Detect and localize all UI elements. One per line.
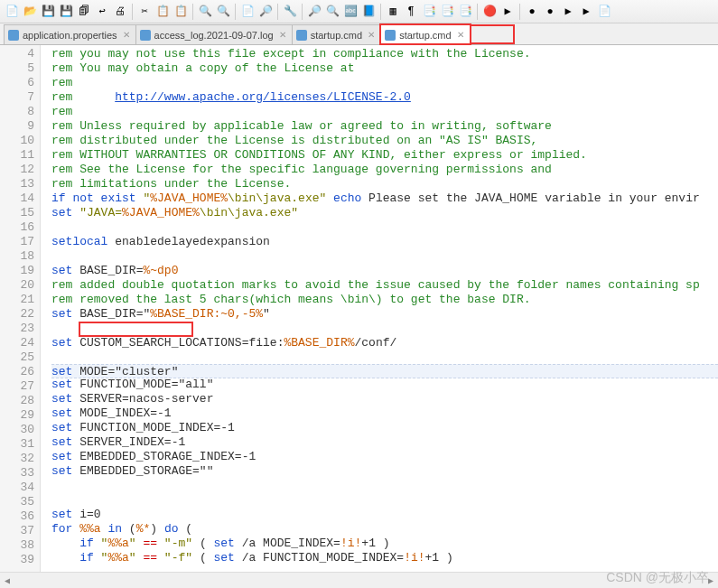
code-line[interactable]: set MODE="cluster" — [51, 364, 718, 378]
toolbar-button[interactable]: 📋 — [173, 4, 189, 20]
code-line[interactable] — [51, 249, 718, 264]
editor-tab[interactable]: startup.cmd✕ — [292, 24, 381, 44]
close-icon[interactable]: ✕ — [457, 30, 464, 40]
toolbar-button[interactable]: 🖨 — [112, 4, 128, 20]
toolbar-button[interactable]: 🔍 — [215, 4, 231, 20]
editor-area: 4567891011121314151617181920212223242526… — [0, 45, 718, 572]
close-icon[interactable]: ✕ — [279, 30, 286, 40]
tab-label: application.properties — [23, 30, 117, 41]
line-gutter: 4567891011121314151617181920212223242526… — [0, 45, 41, 572]
editor-tab[interactable]: startup.cmd✕ — [380, 24, 470, 44]
code-line[interactable]: set EMBEDDED_STORAGE="" — [51, 464, 718, 479]
code-line[interactable]: rem Unless required by applicable law or… — [51, 119, 718, 134]
toolbar-button[interactable]: ● — [524, 4, 540, 20]
code-line[interactable] — [51, 493, 718, 508]
code-line[interactable] — [51, 479, 718, 493]
code-line[interactable]: rem http://www.apache.org/licenses/LICEN… — [51, 90, 718, 105]
toolbar-button[interactable]: 📑 — [421, 4, 437, 20]
toolbar-button[interactable]: 📄 — [239, 4, 256, 20]
toolbar-button[interactable]: 🗐 — [76, 4, 92, 20]
code-content[interactable]: rem you may not use this file except in … — [41, 45, 718, 572]
tab-label: startup.cmd — [311, 30, 362, 41]
toolbar-button[interactable]: ▶ — [560, 4, 576, 20]
toolbar-button[interactable]: 🔍 — [197, 4, 213, 20]
code-line[interactable]: rem See the License for the specific lan… — [51, 163, 718, 177]
toolbar-button[interactable]: 💾 — [58, 4, 74, 20]
code-line[interactable]: rem — [51, 76, 718, 90]
code-line[interactable]: set SERVER_INDEX=-1 — [51, 435, 718, 450]
toolbar-button[interactable]: 🔍 — [324, 4, 340, 20]
toolbar-button[interactable]: 📑 — [439, 4, 455, 20]
tab-label: startup.cmd — [399, 30, 451, 41]
toolbar-button[interactable]: ▶ — [499, 4, 516, 20]
editor-tabs: application.properties✕access_log.2021-0… — [0, 23, 718, 45]
code-line[interactable] — [51, 350, 718, 365]
close-icon[interactable]: ✕ — [123, 30, 130, 40]
toolbar-button[interactable]: 🔧 — [282, 4, 298, 20]
toolbar-button[interactable]: 📂 — [22, 4, 38, 20]
toolbar-button[interactable]: 🔤 — [342, 4, 359, 20]
code-line[interactable]: for %%a in (%*) do ( — [51, 522, 718, 537]
code-line[interactable]: set BASE_DIR="%BASE_DIR:~0,-5%" — [51, 307, 718, 322]
code-line[interactable]: rem added double quotation marks to avoi… — [51, 278, 718, 293]
code-line[interactable]: if not exist "%JAVA_HOME%\bin\java.exe" … — [51, 191, 718, 206]
toolbar-button[interactable]: ▦ — [385, 4, 401, 20]
code-line[interactable]: setlocal enabledelayedexpansion — [51, 235, 718, 249]
toolbar-button[interactable]: 💾 — [40, 4, 56, 20]
code-line[interactable]: set FUNCTION_MODE_INDEX=-1 — [51, 421, 718, 435]
code-line[interactable]: rem — [51, 105, 718, 119]
toolbar-button[interactable]: ● — [542, 4, 558, 20]
toolbar-button[interactable]: 🔎 — [257, 4, 274, 20]
toolbar-button[interactable]: 📘 — [360, 4, 377, 20]
toolbar-button[interactable]: 📄 — [4, 4, 20, 20]
toolbar-button[interactable]: ↩ — [94, 4, 110, 20]
code-line[interactable]: if "%%a" == "-m" ( set /a MODE_INDEX=!i!… — [51, 537, 718, 551]
editor-tab[interactable]: access_log.2021-09-07.log✕ — [135, 24, 293, 44]
tab-label: access_log.2021-09-07.log — [154, 30, 274, 41]
hscrollbar[interactable]: ◀ ▶ — [0, 572, 718, 588]
editor-tab[interactable]: application.properties✕ — [4, 24, 136, 44]
scroll-track[interactable] — [14, 574, 704, 587]
code-line[interactable]: rem distributed under the License is dis… — [51, 134, 718, 148]
code-line[interactable]: set BASE_DIR=%~dp0 — [51, 264, 718, 278]
scroll-left-icon[interactable]: ◀ — [0, 574, 14, 588]
code-line[interactable]: set MODE_INDEX=-1 — [51, 406, 718, 421]
scroll-right-icon[interactable]: ▶ — [704, 574, 718, 588]
toolbar-button[interactable]: 🔴 — [481, 4, 498, 20]
code-line[interactable]: set FUNCTION_MODE="all" — [51, 378, 718, 392]
code-line[interactable]: rem limitations under the License. — [51, 177, 718, 191]
code-line[interactable]: rem You may obtain a copy of the License… — [51, 61, 718, 76]
code-line[interactable]: set "JAVA=%JAVA_HOME%\bin\java.exe" — [51, 206, 718, 220]
toolbar-button[interactable]: ✂ — [136, 4, 153, 20]
toolbar-button[interactable]: 📋 — [154, 4, 171, 20]
toolbar-button[interactable]: 🔎 — [306, 4, 322, 20]
code-line[interactable]: set CUSTOM_SEARCH_LOCATIONS=file:%BASE_D… — [51, 336, 718, 350]
toolbar-button[interactable]: ¶ — [403, 4, 419, 20]
main-toolbar: 📄📂💾💾🗐↩🖨✂📋📋🔍🔍📄🔎🔧🔎🔍🔤📘▦¶📑📑📑🔴▶●●▶▶📄 — [0, 0, 718, 23]
toolbar-button[interactable]: ▶ — [578, 4, 594, 20]
close-icon[interactable]: ✕ — [368, 30, 375, 40]
code-line[interactable]: rem WITHOUT WARRANTIES OR CONDITIONS OF … — [51, 148, 718, 163]
code-line[interactable]: set SERVER=nacos-server — [51, 392, 718, 406]
toolbar-button[interactable]: 📄 — [596, 4, 612, 20]
code-line[interactable] — [51, 322, 718, 336]
toolbar-button[interactable]: 📑 — [457, 4, 473, 20]
code-line[interactable] — [51, 220, 718, 235]
code-line[interactable]: rem removed the last 5 chars(which means… — [51, 293, 718, 307]
code-line[interactable]: if "%%a" == "-f" ( set /a FUNCTION_MODE_… — [51, 551, 718, 565]
code-line[interactable]: set i=0 — [51, 508, 718, 522]
code-line[interactable]: set EMBEDDED_STORAGE_INDEX=-1 — [51, 450, 718, 464]
code-line[interactable]: rem you may not use this file except in … — [51, 47, 718, 61]
